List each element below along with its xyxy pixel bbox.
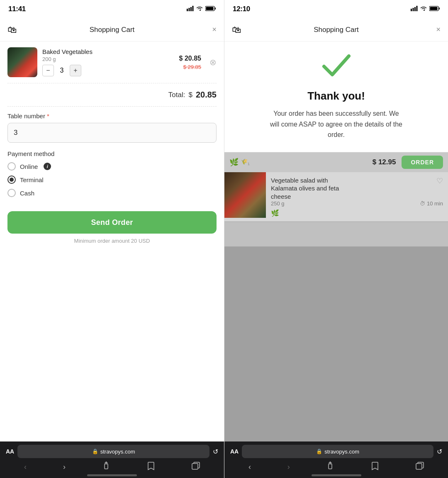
- item-weight: 200 g: [42, 56, 174, 62]
- cart-title-left: Shopping Cart: [90, 26, 135, 34]
- svg-rect-7: [105, 464, 108, 469]
- radio-cash[interactable]: [7, 189, 16, 197]
- svg-rect-0: [187, 9, 188, 11]
- bg-item-icons-2: 🌿: [271, 209, 443, 217]
- browser-url-row-right: AA 🔒 stravopys.com ↺: [230, 445, 442, 458]
- close-button-left[interactable]: ×: [212, 25, 217, 34]
- order-button-1[interactable]: ORDER: [402, 156, 443, 169]
- svg-rect-6: [215, 7, 216, 10]
- item-image: [7, 47, 37, 77]
- total-currency: $: [188, 91, 192, 99]
- browser-url-field-right[interactable]: 🔒 stravopys.com: [242, 445, 433, 458]
- home-indicator-left: [87, 474, 137, 476]
- bg-item-price-row-1: 🌿 🌾1 $ 12.95 ORDER: [224, 152, 448, 172]
- bg-item-partial-3: [224, 222, 448, 246]
- item-original-price: $ 29.85: [183, 64, 201, 70]
- status-time-right: 12:10: [233, 5, 250, 13]
- info-icon: i: [44, 163, 51, 170]
- bookmarks-button-right[interactable]: [371, 461, 379, 473]
- browser-aa-left[interactable]: AA: [6, 448, 14, 455]
- reload-button-left[interactable]: ↺: [213, 448, 218, 456]
- success-title: Thank you!: [307, 90, 365, 102]
- success-checkmark: [322, 54, 351, 83]
- back-button-left[interactable]: ‹: [24, 463, 27, 471]
- signal-icon-right: [411, 5, 418, 13]
- radio-online-label: Online: [20, 163, 38, 170]
- share-button-right[interactable]: [326, 461, 334, 473]
- bg-price-1: $ 12.95: [373, 158, 396, 166]
- close-button-right[interactable]: ×: [436, 25, 441, 34]
- min-order-note: Minimum order amount 20 USD: [7, 238, 217, 244]
- bg-item-details-2: Vegetable salad with Kalamata olives and…: [266, 172, 448, 222]
- tabs-button-right[interactable]: [416, 462, 424, 472]
- item-name: Baked Vegetables: [42, 48, 174, 55]
- bg-item-name-2: Vegetable salad with Kalamata olives and…: [271, 176, 354, 201]
- svg-rect-1: [189, 8, 190, 11]
- radio-online[interactable]: [7, 162, 16, 171]
- payment-option-online[interactable]: Online i: [7, 162, 217, 171]
- clock-icon-2: ⏱: [420, 200, 425, 207]
- browser-nav-right: ‹ ›: [230, 461, 442, 473]
- browser-url-text-right: stravopys.com: [324, 449, 359, 455]
- radio-terminal-label: Terminal: [20, 176, 44, 183]
- browser-bar-right: AA 🔒 stravopys.com ↺ ‹ ›: [224, 441, 448, 478]
- cart-content-left: Baked Vegetables 200 g − 3 + $ 20.85 $ 2…: [0, 41, 224, 441]
- bg-item-top-2: Vegetable salad with Kalamata olives and…: [271, 176, 443, 201]
- lock-icon-left: 🔒: [92, 449, 98, 454]
- required-indicator: *: [47, 112, 49, 120]
- browser-aa-right[interactable]: AA: [230, 448, 239, 455]
- payment-option-cash[interactable]: Cash: [7, 189, 217, 197]
- table-number-section: Table number *: [7, 112, 217, 143]
- svg-rect-9: [411, 9, 412, 11]
- total-label: Total:: [168, 91, 185, 99]
- radio-terminal[interactable]: [7, 176, 16, 184]
- svg-rect-11: [414, 7, 416, 11]
- svg-rect-15: [439, 7, 440, 10]
- payment-method-label: Payment method: [7, 150, 217, 157]
- signal-icon-left: [187, 5, 194, 13]
- grain-icon: 🌾1: [241, 159, 250, 166]
- cart-header-right: 🛍 Shopping Cart ×: [224, 18, 448, 41]
- cart-total: Total: $ 20.85: [7, 83, 217, 103]
- payment-option-terminal[interactable]: Terminal: [7, 176, 217, 184]
- wifi-icon-left: [196, 5, 203, 13]
- svg-rect-14: [430, 7, 438, 10]
- svg-rect-16: [329, 464, 332, 469]
- decrease-qty-button[interactable]: −: [42, 65, 54, 76]
- back-button-right[interactable]: ‹: [248, 463, 251, 471]
- cart-title-right: Shopping Cart: [314, 26, 359, 34]
- table-number-input[interactable]: [7, 123, 217, 143]
- bookmarks-button-left[interactable]: [147, 461, 155, 473]
- send-order-button[interactable]: Send Order: [7, 211, 217, 234]
- background-menu: 🌿 🌾1 $ 12.95 ORDER Vegetable salad with …: [224, 152, 448, 441]
- status-icons-right: [411, 5, 440, 13]
- leaf-icon-1: 🌿: [229, 158, 239, 167]
- right-phone-panel: 12:10 🛍 Shopping Cart × Thank you! Your …: [224, 0, 448, 478]
- svg-rect-12: [416, 6, 418, 11]
- bg-item-image-2: [224, 172, 266, 218]
- forward-button-right[interactable]: ›: [287, 463, 290, 471]
- status-bar-left: 11:41: [0, 0, 224, 18]
- battery-icon-right: [429, 5, 440, 13]
- svg-rect-2: [190, 7, 192, 11]
- cart-icon-right: 🛍: [232, 24, 241, 35]
- browser-url-text-left: stravopys.com: [100, 449, 135, 455]
- payment-method-section: Payment method Online i Terminal Cash: [7, 150, 217, 197]
- increase-qty-button[interactable]: +: [70, 65, 81, 76]
- cart-header-left: 🛍 Shopping Cart ×: [0, 18, 224, 41]
- battery-icon-left: [205, 5, 216, 13]
- reload-button-right[interactable]: ↺: [437, 448, 442, 456]
- left-phone-panel: 11:41 🛍 Shopping Cart × Baked Vegetable: [0, 0, 224, 478]
- forward-button-left[interactable]: ›: [63, 463, 66, 471]
- quantity-control: − 3 +: [42, 65, 174, 76]
- browser-url-field-left[interactable]: 🔒 stravopys.com: [17, 445, 209, 458]
- leaf-icon-2: 🌿: [271, 209, 279, 217]
- item-time-2: ⏱ 10 min: [420, 200, 443, 207]
- heart-icon-2[interactable]: ♡: [436, 176, 443, 185]
- share-button-left[interactable]: [102, 461, 110, 473]
- remove-item-button[interactable]: ⊗: [209, 57, 217, 67]
- svg-rect-10: [413, 8, 414, 11]
- table-number-label: Table number *: [7, 112, 217, 120]
- tabs-button-left[interactable]: [192, 462, 200, 472]
- status-icons-left: [187, 5, 216, 13]
